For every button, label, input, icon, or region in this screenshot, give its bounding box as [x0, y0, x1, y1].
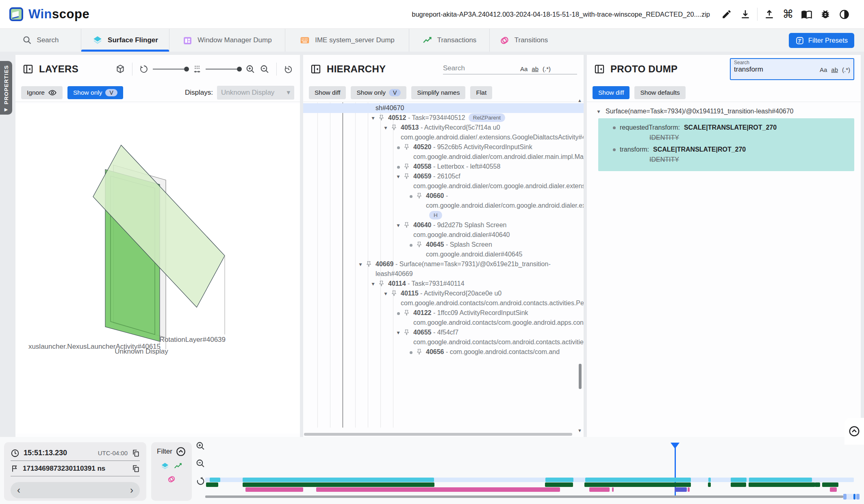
simplify-names-button[interactable]: Simplify names [411, 86, 465, 99]
hierarchy-tree-row[interactable]: ▾ 40114 - Task=7931#40114 [303, 279, 584, 289]
hierarchy-tree-row[interactable]: 40520 - 952c6b5 ActivityRecordInputSink … [303, 142, 584, 162]
ignore-button[interactable]: Ignore [21, 86, 63, 99]
spacing-slider[interactable] [206, 69, 241, 70]
displays-select[interactable]: Unknown Display ▾ [217, 86, 294, 100]
transactions-track-segment[interactable] [243, 482, 434, 487]
report-bug-button[interactable] [816, 6, 835, 22]
pin-icon[interactable] [416, 191, 426, 199]
pin-icon[interactable] [404, 308, 413, 316]
pin-icon[interactable] [404, 162, 413, 169]
pin-icon[interactable] [378, 279, 388, 287]
hierarchy-vertical-scrollbar[interactable]: ▲ ▼ [577, 104, 583, 426]
show-defaults-button[interactable]: Show defaults [634, 86, 685, 99]
hierarchy-tree-row[interactable]: ▾ 40669 - Surface(name=Task=7931)/@0x619… [303, 259, 584, 279]
hierarchy-tree-row[interactable]: ▾ 40655 - 4f54cf7 com.google.android.con… [303, 328, 584, 347]
expand-arrow-icon[interactable]: ▾ [355, 259, 366, 269]
properties-collapsed-tab[interactable]: PROPERTIES ▶ [0, 61, 12, 115]
expand-arrow-icon[interactable] [393, 308, 404, 318]
whole-word-toggle[interactable]: ab [831, 66, 838, 73]
human-time-input[interactable]: 15:51:13.230 [24, 449, 67, 457]
hierarchy-tree-row[interactable]: 40558 - Letterbox - left#40558 [303, 162, 584, 172]
regex-toggle[interactable]: (.*) [842, 66, 850, 73]
regex-toggle[interactable]: (.*) [543, 65, 551, 72]
transactions-track-segment[interactable] [584, 482, 691, 487]
ns-time-input[interactable]: 1713469873230110391 ns [23, 465, 105, 473]
expand-arrow-icon[interactable] [393, 142, 404, 152]
transitions-filter-icon[interactable] [154, 475, 189, 484]
surfaceflinger-track-segment[interactable] [545, 478, 573, 482]
pin-icon[interactable] [404, 328, 413, 335]
surfaceflinger-track-segment[interactable] [749, 478, 812, 482]
rotation-icon[interactable] [139, 64, 149, 74]
tab-transactions[interactable]: Transactions [409, 29, 490, 52]
transactions-filter-icon[interactable] [174, 462, 182, 471]
upload-traces-button[interactable] [760, 6, 779, 22]
transitions-track-segment[interactable] [589, 487, 610, 492]
surfaceflinger-track-segment[interactable] [210, 478, 220, 482]
copy-icon[interactable] [132, 449, 140, 457]
expand-arrow-icon[interactable] [406, 347, 416, 357]
timeline-range-handle[interactable] [847, 494, 853, 500]
whole-word-toggle[interactable]: ab [532, 65, 538, 72]
transactions-track-segment[interactable] [206, 482, 218, 487]
hierarchy-tree-row[interactable]: 40645 - Splash Screen com.google.android… [303, 240, 584, 259]
3d-view-icon[interactable] [115, 64, 126, 74]
pin-icon[interactable] [391, 289, 401, 296]
collapse-filter-icon[interactable] [176, 446, 186, 457]
expand-arrow-icon[interactable]: ▾ [393, 220, 404, 230]
transitions-track-segment[interactable] [316, 487, 560, 492]
timeline-scrollbar-track[interactable] [205, 495, 843, 498]
property-row[interactable]: transform: SCALE|TRANSLATE|ROT_270 [613, 144, 849, 155]
pin-icon[interactable] [404, 142, 413, 150]
hierarchy-tree-row[interactable]: sh#40670 [303, 103, 584, 113]
surfaceflinger-track-segment[interactable] [585, 478, 691, 482]
timeline-reset-zoom-icon[interactable] [195, 476, 206, 486]
pin-icon[interactable] [391, 123, 401, 130]
timeline-zoom-in-icon[interactable] [195, 441, 206, 451]
layers-3d-canvas[interactable]: RotationLayer#40639 xuslauncher.NexusLau… [15, 104, 300, 434]
collapse-arrow-icon[interactable]: ▾ [595, 108, 602, 115]
tab-ime-system-server-dump[interactable]: IME system_server Dump [285, 29, 409, 52]
zoom-in-icon[interactable] [245, 64, 256, 74]
timeline-range-handle[interactable] [843, 494, 847, 500]
transitions-track-segment[interactable] [245, 487, 303, 492]
expand-arrow-icon[interactable]: ▾ [368, 113, 378, 123]
transactions-track-segment[interactable] [822, 482, 838, 487]
transactions-track-segment[interactable] [545, 482, 573, 487]
transactions-track-segment[interactable] [708, 482, 711, 487]
hierarchy-tree-row[interactable]: ▾ 40115 - ActivityRecord{20ace0e u0 com.… [303, 289, 584, 308]
show-diff-button[interactable]: Show diff [309, 86, 346, 99]
expand-arrow-icon[interactable]: ▾ [380, 289, 391, 298]
timeline-range-handle[interactable] [856, 494, 860, 500]
proto-search-input[interactable] [734, 65, 820, 74]
tab-search[interactable]: Search [0, 29, 81, 52]
pin-icon[interactable] [416, 240, 426, 248]
zoom-out-icon[interactable] [260, 64, 270, 74]
show-diff-button[interactable]: Show diff [593, 86, 630, 99]
hierarchy-tree-row[interactable]: ▾ 40512 - Task=7934#40512RelZParent [303, 113, 584, 123]
hierarchy-search-input[interactable] [443, 64, 516, 72]
filter-presets-button[interactable]: Filter Presets [789, 33, 854, 48]
expand-arrow-icon[interactable]: ▾ [393, 328, 404, 337]
transitions-track-segment[interactable] [688, 487, 690, 492]
surfaceflinger-track-segment[interactable] [731, 478, 747, 482]
proto-root-node[interactable]: ▾ Surface(name=Task=7934)/@0x1941191_tra… [595, 108, 857, 115]
property-row[interactable]: requestedTransform: SCALE|TRANSLATE|ROT_… [613, 122, 849, 133]
scroll-down-icon[interactable]: ▼ [577, 428, 582, 433]
pin-icon[interactable] [404, 172, 413, 179]
tab-surface-flinger[interactable]: Surface Flinger [81, 29, 169, 52]
show-only-button[interactable]: Show only V [67, 86, 123, 99]
transitions-track-segment[interactable] [830, 487, 837, 492]
download-traces-button[interactable] [736, 6, 755, 22]
spacing-icon[interactable] [193, 64, 202, 74]
copy-icon[interactable] [132, 465, 140, 473]
keyboard-shortcuts-button[interactable]: ⌘ [779, 6, 797, 22]
surfaceflinger-track-segment[interactable] [243, 478, 434, 482]
hierarchy-horizontal-scrollbar[interactable] [304, 433, 572, 436]
hierarchy-tree-row[interactable]: 40660 - com.google.android.dialer/com.go… [303, 191, 584, 220]
expand-arrow-icon[interactable]: ▾ [380, 123, 391, 133]
tab-transitions[interactable]: Transitions [490, 29, 558, 52]
expand-arrow-icon[interactable]: ▾ [368, 279, 378, 289]
transactions-track-segment[interactable] [731, 482, 746, 487]
hierarchy-tree-row[interactable]: ▾ 40640 - 9d2d27b Splash Screen com.goog… [303, 220, 584, 240]
